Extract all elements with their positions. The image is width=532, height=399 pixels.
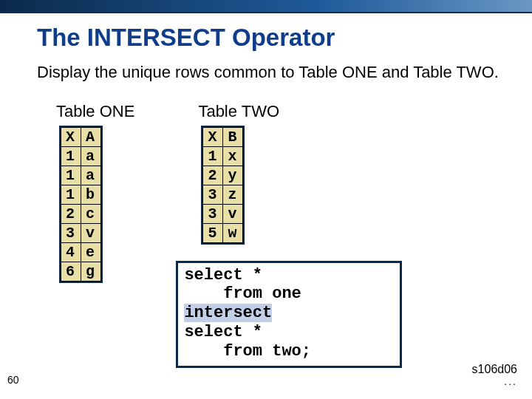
table-one: X A 1a 1a 1b 2c 3v 4e 6g [61, 127, 101, 282]
footer-code: s106d06 ... [472, 364, 517, 387]
table-cell: 1 [61, 146, 81, 166]
table-cell: 5 [203, 223, 223, 242]
table-one-caption: Table ONE [56, 102, 134, 121]
page-number: 60 [7, 374, 19, 386]
table-row: 2y [203, 166, 243, 185]
table-cell: 1 [61, 185, 81, 204]
table-two: X B 1x 2y 3z 3v 5w [202, 127, 243, 243]
table-row: 5w [203, 223, 243, 242]
sql-line: select * [184, 323, 262, 341]
table-cell: a [81, 166, 101, 185]
table-two-caption: Table TWO [198, 102, 402, 121]
table-cell: 2 [61, 204, 81, 223]
table-cell: 6 [61, 262, 81, 281]
slide-content: The INTERSECT Operator Display the uniqu… [0, 13, 532, 368]
table-row: X B [203, 127, 243, 146]
table-cell: z [223, 185, 243, 204]
tables-row: Table ONE X A 1a 1a 1b 2c 3v 4e 6g [37, 102, 502, 369]
table-row: 3v [203, 204, 243, 223]
table-cell: e [81, 242, 101, 262]
sql-keyword-highlight: intersect [184, 304, 272, 322]
table-row: X A [61, 127, 101, 146]
table-cell: c [81, 204, 101, 223]
table-one-column: Table ONE X A 1a 1a 1b 2c 3v 4e 6g [37, 102, 134, 369]
table-header: X [61, 127, 81, 146]
table-cell: 3 [203, 185, 223, 204]
continuation-dots-icon: ... [504, 375, 517, 387]
top-banner [0, 0, 532, 13]
sql-code-box: select * from one intersect select * fro… [176, 261, 402, 369]
table-row: 1a [61, 166, 101, 185]
table-header: A [81, 127, 101, 146]
slide-title: The INTERSECT Operator [37, 24, 502, 52]
sql-line: from one [184, 284, 301, 303]
table-header: B [223, 127, 243, 146]
table-cell: v [223, 204, 243, 223]
table-row: 6g [61, 262, 101, 281]
table-cell: y [223, 166, 243, 185]
table-row: 1x [203, 146, 243, 166]
table-cell: b [81, 185, 101, 204]
table-cell: g [81, 262, 101, 281]
table-row: 2c [61, 204, 101, 223]
table-cell: 4 [61, 242, 81, 262]
footer-code-text: s106d06 [472, 363, 517, 375]
table-cell: 1 [61, 166, 81, 185]
sql-line: select * [184, 266, 262, 284]
table-two-column: Table TWO X B 1x 2y 3z 3v 5w select * fr… [179, 102, 402, 369]
table-cell: a [81, 146, 101, 166]
table-cell: 2 [203, 166, 223, 185]
table-two-wrap: X B 1x 2y 3z 3v 5w [201, 126, 245, 245]
table-cell: 3 [203, 204, 223, 223]
table-one-wrap: X A 1a 1a 1b 2c 3v 4e 6g [59, 126, 103, 283]
table-cell: w [223, 223, 243, 242]
table-header: X [203, 127, 223, 146]
table-row: 3z [203, 185, 243, 204]
table-row: 4e [61, 242, 101, 262]
slide-description: Display the unique rows common to Table … [37, 62, 502, 83]
table-row: 1b [61, 185, 101, 204]
table-row: 1a [61, 146, 101, 166]
table-row: 3v [61, 223, 101, 242]
table-cell: 3 [61, 223, 81, 242]
sql-line: from two; [184, 342, 311, 361]
table-cell: v [81, 223, 101, 242]
table-cell: x [223, 146, 243, 166]
table-cell: 1 [203, 146, 223, 166]
